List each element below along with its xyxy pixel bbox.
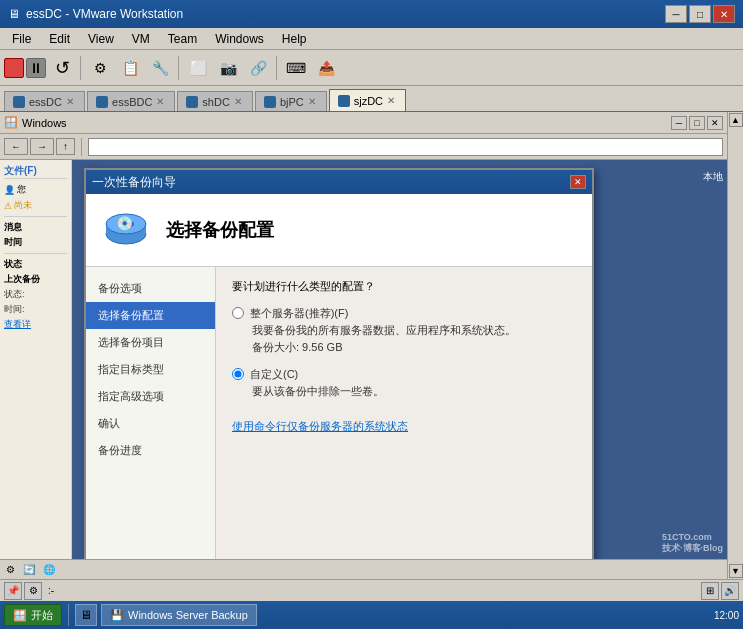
sidebar-status-val: 状态: (4, 288, 67, 301)
toolbar-btn4[interactable]: 🔧 (146, 55, 174, 81)
tab-essDC[interactable]: essDC ✕ (4, 91, 85, 111)
radio-custom-title: 自定义(C) (250, 367, 298, 382)
toolbar-power-btn[interactable] (4, 58, 24, 78)
minimize-button[interactable]: ─ (665, 5, 687, 23)
start-button[interactable]: 🪟 开始 (4, 604, 62, 626)
tab-close-sjzDC[interactable]: ✕ (387, 95, 395, 106)
address-bar[interactable] (88, 138, 723, 156)
menu-vm[interactable]: VM (124, 30, 158, 48)
tab-close-essDC[interactable]: ✕ (66, 96, 74, 107)
maximize-button[interactable]: □ (689, 5, 711, 23)
tools-btn1[interactable]: 📌 (4, 582, 22, 600)
main-content: 🪟 Windows ─ □ ✕ ← → ↑ (0, 112, 743, 579)
taskbar-desktop-btn[interactable]: 🖥 (75, 604, 97, 626)
tab-close-shDC[interactable]: ✕ (234, 96, 242, 107)
toolbar-btn6[interactable]: 📤 (312, 55, 340, 81)
radio-option-custom: 自定义(C) 要从该备份中排除一些卷。 (232, 367, 576, 399)
inner-close[interactable]: ✕ (707, 116, 723, 130)
inner-up-btn[interactable]: ↑ (56, 138, 75, 155)
radio-full-text: 整个服务器(推荐)(F) (250, 306, 348, 321)
toolbar-send-key[interactable]: ⌨ (282, 55, 310, 81)
toolbar-btn5[interactable]: 🔗 (244, 55, 272, 81)
tab-label-shDC: shDC (202, 96, 230, 108)
toolbar-reset-btn[interactable]: ↺ (48, 55, 76, 81)
tab-label-essDC: essDC (29, 96, 62, 108)
inner-nav-bar: ← → ↑ (0, 134, 727, 160)
tools-icon2: 🔊 (721, 582, 739, 600)
inner-forward-btn[interactable]: → (30, 138, 54, 155)
wizard-nav: 备份选项 选择备份配置 选择备份项目 指定目标类型 指定高级选项 确认 备份进度 (86, 267, 216, 559)
inner-title-text: Windows (22, 117, 67, 129)
vm-main-area: 一次性备份向导 ✕ (72, 160, 727, 559)
radio-custom-text: 自定义(C) (250, 367, 298, 382)
menu-windows[interactable]: Windows (207, 30, 272, 48)
menu-file[interactable]: File (4, 30, 39, 48)
toolbar-fullscreen[interactable]: ⬜ (184, 55, 212, 81)
dialog-close-button[interactable]: ✕ (570, 175, 586, 189)
scroll-up-btn[interactable]: ▲ (729, 113, 743, 127)
tools-label: :- (48, 585, 54, 596)
menu-team[interactable]: Team (160, 30, 205, 48)
toolbar-snap[interactable]: 📷 (214, 55, 242, 81)
backup-icon: 💿 (102, 206, 150, 254)
tools-right: ⊞ 🔊 (701, 582, 739, 600)
sidebar-nav-item-you[interactable]: 👤 您 (4, 183, 67, 196)
watermark: 51CTO.com 技术·博客·Blog (662, 532, 723, 555)
wizard-nav-select-items[interactable]: 选择备份项目 (86, 329, 215, 356)
radio-full-input[interactable] (232, 307, 244, 319)
cmd-backup-link[interactable]: 使用命令行仅备份服务器的系统状态 (232, 420, 408, 432)
wizard-nav-advanced[interactable]: 指定高级选项 (86, 383, 215, 410)
sidebar-warning: ⚠ 尚未 (4, 199, 67, 212)
sidebar-time-val: 时间: (4, 303, 67, 316)
you-icon: 👤 (4, 185, 15, 195)
wizard-nav-select-config[interactable]: 选择备份配置 (86, 302, 215, 329)
tab-close-essBDC[interactable]: ✕ (156, 96, 164, 107)
taskbar-backup-item[interactable]: 💾 Windows Server Backup (101, 604, 257, 626)
inner-status-bar: ⚙ 🔄 🌐 (0, 559, 727, 579)
taskbar: 🪟 开始 🖥 💾 Windows Server Backup 12:00 (0, 601, 743, 629)
inner-titlebar: 🪟 Windows ─ □ ✕ (0, 112, 727, 134)
tab-label-sjzDC: sjzDC (354, 95, 383, 107)
menu-help[interactable]: Help (274, 30, 315, 48)
wizard-nav-progress[interactable]: 备份进度 (86, 437, 215, 464)
sidebar-divider2 (4, 253, 67, 254)
sidebar-query-link[interactable]: 查看详 (4, 318, 67, 331)
close-button[interactable]: ✕ (713, 5, 735, 23)
wizard-nav-backup-options[interactable]: 备份选项 (86, 275, 215, 302)
tab-essBDC[interactable]: essBDC ✕ (87, 91, 175, 111)
scroll-down-btn[interactable]: ▼ (729, 564, 743, 578)
menu-edit[interactable]: Edit (41, 30, 78, 48)
inner-status-icon3: 🌐 (43, 564, 55, 575)
start-label: 开始 (31, 608, 53, 623)
inner-title-left: 🪟 Windows (4, 116, 67, 129)
sidebar-last-backup-title: 上次备份 (4, 273, 67, 286)
inner-sidebar: 文件(F) 👤 您 ⚠ 尚未 消息 时间 状态 上次备份 状态: (0, 160, 72, 559)
menu-view[interactable]: View (80, 30, 122, 48)
tab-shDC[interactable]: shDC ✕ (177, 91, 253, 111)
tab-bjPC[interactable]: bjPC ✕ (255, 91, 327, 111)
tab-sjzDC[interactable]: sjzDC ✕ (329, 89, 406, 111)
radio-full-label[interactable]: 整个服务器(推荐)(F) (232, 306, 576, 321)
title-bar-left: 🖥 essDC - VMware Workstation (8, 7, 183, 21)
toolbar-btn2[interactable]: ⚙ (86, 55, 114, 81)
inner-minimize[interactable]: ─ (671, 116, 687, 130)
radio-custom-input[interactable] (232, 368, 244, 380)
wizard-nav-confirm[interactable]: 确认 (86, 410, 215, 437)
backup-dialog: 一次性备份向导 ✕ (84, 168, 594, 559)
sidebar-divider (4, 216, 67, 217)
toolbar-pause-btn[interactable]: ⏸ (26, 58, 46, 78)
taskbar-backup-icon: 💾 (110, 609, 124, 622)
inner-back-btn[interactable]: ← (4, 138, 28, 155)
inner-maximize[interactable]: □ (689, 116, 705, 130)
tab-close-bjPC[interactable]: ✕ (308, 96, 316, 107)
toolbar-btn3[interactable]: 📋 (116, 55, 144, 81)
radio-custom-label[interactable]: 自定义(C) (232, 367, 576, 382)
wizard-nav-target-type[interactable]: 指定目标类型 (86, 356, 215, 383)
tools-btn2[interactable]: ⚙ (24, 582, 42, 600)
warning-label: 尚未 (14, 199, 32, 212)
menu-bar: File Edit View VM Team Windows Help (0, 28, 743, 50)
tools-icon1: ⊞ (701, 582, 719, 600)
inner-status-icon: ⚙ (6, 564, 15, 575)
tab-icon-sjzDC (338, 95, 350, 107)
scrollbar-right: ▲ ▼ (727, 112, 743, 579)
